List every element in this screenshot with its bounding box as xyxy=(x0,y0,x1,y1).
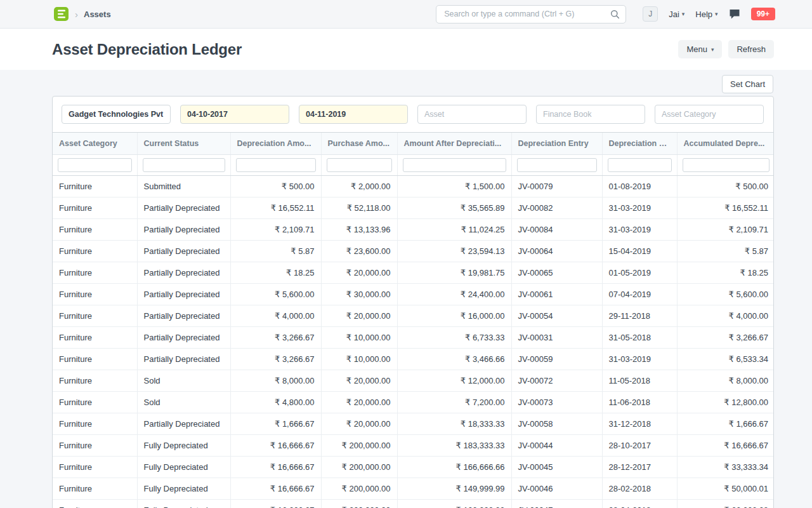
filter-asset-category[interactable] xyxy=(655,105,764,124)
column-filter-input[interactable] xyxy=(327,158,392,172)
refresh-button[interactable]: Refresh xyxy=(728,40,774,58)
table-cell: ₹ 133,333.32 xyxy=(397,500,511,508)
table-cell: Fully Depreciated xyxy=(137,435,230,457)
avatar[interactable]: J xyxy=(643,6,658,22)
column-filter-input[interactable] xyxy=(58,158,132,172)
chat-icon[interactable] xyxy=(729,9,740,20)
set-chart-button[interactable]: Set Chart xyxy=(722,75,773,93)
table-cell: Partially Depreciated xyxy=(137,413,230,435)
erpnext-logo-icon[interactable] xyxy=(53,6,69,22)
cell-link[interactable]: JV-00064 xyxy=(511,241,602,262)
column-header[interactable]: Accumulated Depre... xyxy=(677,133,773,155)
table-cell: ₹ 30,000.00 xyxy=(321,284,397,305)
column-header[interactable]: Purchase Amo... xyxy=(321,133,397,155)
filter-asset[interactable] xyxy=(417,105,527,124)
breadcrumb-assets[interactable]: Assets xyxy=(84,10,111,19)
navbar: Assets J Jai Help 99+ xyxy=(0,0,812,29)
table-cell: ₹ 5.87 xyxy=(230,241,321,262)
cell-link[interactable]: JV-00059 xyxy=(511,349,602,370)
column-header[interactable]: Asset Category xyxy=(53,133,137,155)
cell-link[interactable]: JV-00054 xyxy=(511,305,602,327)
table-cell: ₹ 200,000.00 xyxy=(321,457,397,478)
table-cell: 15-04-2019 xyxy=(602,241,677,262)
table-cell: ₹ 20,000.00 xyxy=(321,413,397,435)
table-cell: ₹ 35,565.89 xyxy=(397,197,511,219)
column-filter-input[interactable] xyxy=(683,158,770,172)
column-filter-input[interactable] xyxy=(403,158,506,172)
column-header[interactable]: Current Status xyxy=(137,133,230,155)
menu-button[interactable]: Menu xyxy=(678,40,722,58)
table-cell: ₹ 200,000.00 xyxy=(321,478,397,500)
cell-link[interactable]: JV-00065 xyxy=(511,262,602,284)
table-cell: ₹ 1,666.67 xyxy=(230,413,321,435)
cell-link[interactable]: JV-00046 xyxy=(511,478,602,500)
column-header[interactable]: Amount After Depreciati... xyxy=(397,133,511,155)
filter-to-date[interactable] xyxy=(299,105,408,124)
table-cell: ₹ 500.00 xyxy=(677,176,773,197)
cell-link[interactable]: JV-00047 xyxy=(511,500,602,508)
filter-from-date[interactable] xyxy=(180,105,289,124)
column-filter-input[interactable] xyxy=(517,158,597,172)
table-cell: ₹ 16,666.67 xyxy=(230,478,321,500)
table-cell: ₹ 3,266.67 xyxy=(230,327,321,349)
table-cell: ₹ 200,000.00 xyxy=(321,500,397,508)
column-filter-input[interactable] xyxy=(143,158,225,172)
filter-finance-book[interactable] xyxy=(536,105,645,124)
table-cell: Partially Depreciated xyxy=(137,197,230,219)
table-cell: Furniture xyxy=(53,241,137,262)
table-cell: Furniture xyxy=(53,413,137,435)
cell-link[interactable]: JV-00084 xyxy=(511,219,602,241)
help-menu[interactable]: Help xyxy=(695,10,717,19)
cell-link[interactable]: JV-00061 xyxy=(511,284,602,305)
page-head: Asset Depreciation Ledger Menu Refresh xyxy=(0,29,812,70)
table-cell: ₹ 5.87 xyxy=(677,241,773,262)
search-input[interactable] xyxy=(436,5,626,23)
user-menu[interactable]: Jai xyxy=(669,10,684,19)
table-cell: 31-05-2018 xyxy=(602,327,677,349)
column-filter-input[interactable] xyxy=(236,158,316,172)
chevron-down-icon xyxy=(682,11,685,17)
user-menu-label: Jai xyxy=(669,10,679,19)
cell-link[interactable]: JV-00031 xyxy=(511,327,602,349)
table-row: FurniturePartially Depreciated₹ 5,600.00… xyxy=(53,284,773,305)
cell-link[interactable]: JV-00058 xyxy=(511,413,602,435)
table-cell: ₹ 5,600.00 xyxy=(230,284,321,305)
table-cell: Partially Depreciated xyxy=(137,219,230,241)
table-cell: Furniture xyxy=(53,284,137,305)
column-header[interactable]: Depreciation D... xyxy=(602,133,677,155)
filter-company[interactable] xyxy=(62,105,171,124)
search-icon xyxy=(610,10,620,21)
table-cell: ₹ 18,333.33 xyxy=(397,413,511,435)
cell-link[interactable]: JV-00079 xyxy=(511,176,602,197)
cell-link[interactable]: JV-00073 xyxy=(511,392,602,413)
table-cell: 31-12-2018 xyxy=(602,413,677,435)
table-cell: ₹ 3,266.67 xyxy=(677,327,773,349)
table-cell: 01-05-2019 xyxy=(602,262,677,284)
notification-badge[interactable]: 99+ xyxy=(751,8,775,20)
table-cell: Partially Depreciated xyxy=(137,305,230,327)
table-row: FurniturePartially Depreciated₹ 3,266.67… xyxy=(53,327,773,349)
table-cell: ₹ 52,118.00 xyxy=(321,197,397,219)
table-cell: ₹ 8,000.00 xyxy=(230,370,321,392)
table-cell: 31-03-2019 xyxy=(602,219,677,241)
table-row: FurnitureSubmitted₹ 500.00₹ 2,000.00₹ 1,… xyxy=(53,176,773,197)
report-filters xyxy=(53,97,773,132)
column-filter-input[interactable] xyxy=(608,158,672,172)
chevron-down-icon xyxy=(711,46,714,53)
table-cell: ₹ 33,333.34 xyxy=(677,457,773,478)
cell-link[interactable]: JV-00045 xyxy=(511,457,602,478)
table-cell: Submitted xyxy=(137,176,230,197)
table-cell: Furniture xyxy=(53,176,137,197)
table-row: FurnitureSold₹ 4,800.00₹ 20,000.00₹ 7,20… xyxy=(53,392,773,413)
table-cell: ₹ 5,600.00 xyxy=(677,284,773,305)
cell-link[interactable]: JV-00082 xyxy=(511,197,602,219)
cell-link[interactable]: JV-00044 xyxy=(511,435,602,457)
column-header[interactable]: Depreciation Amo... xyxy=(230,133,321,155)
column-header[interactable]: Depreciation Entry xyxy=(511,133,602,155)
table-row: FurniturePartially Depreciated₹ 16,552.1… xyxy=(53,197,773,219)
cell-link[interactable]: JV-00072 xyxy=(511,370,602,392)
table-filter-row xyxy=(53,155,773,176)
table-cell: ₹ 12,000.00 xyxy=(397,370,511,392)
table-cell: ₹ 1,500.00 xyxy=(397,176,511,197)
table-row: FurnitureFully Depreciated₹ 16,666.67₹ 2… xyxy=(53,478,773,500)
